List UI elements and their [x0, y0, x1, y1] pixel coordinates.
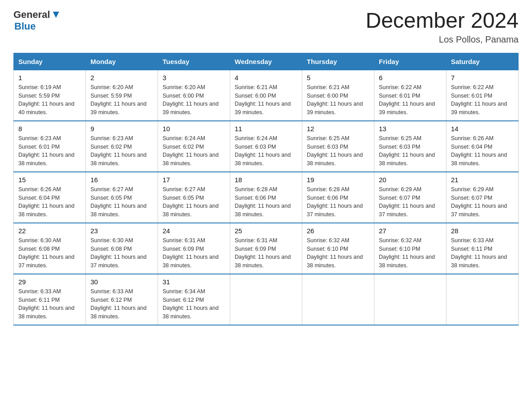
day-info: Sunrise: 6:20 AM Sunset: 6:00 PM Dayligh…: [163, 83, 225, 117]
page-header: General Blue December 2024 Los Pollos, P…: [13, 9, 519, 45]
header-wednesday: Wednesday: [230, 53, 302, 70]
calendar-body: 1 Sunrise: 6:19 AM Sunset: 5:59 PM Dayli…: [14, 70, 519, 325]
header-thursday: Thursday: [302, 53, 374, 70]
calendar-day-cell: 13 Sunrise: 6:25 AM Sunset: 6:03 PM Dayl…: [374, 121, 446, 172]
logo: General Blue: [13, 9, 61, 32]
day-number: 22: [18, 227, 81, 235]
calendar-week-row: 22 Sunrise: 6:30 AM Sunset: 6:08 PM Dayl…: [14, 223, 519, 274]
day-info: Sunrise: 6:21 AM Sunset: 6:00 PM Dayligh…: [235, 83, 297, 117]
day-number: 10: [163, 125, 225, 133]
header-saturday: Saturday: [446, 53, 519, 70]
day-info: Sunrise: 6:34 AM Sunset: 6:12 PM Dayligh…: [163, 287, 225, 321]
calendar-day-cell: 18 Sunrise: 6:28 AM Sunset: 6:06 PM Dayl…: [230, 172, 302, 223]
day-number: 26: [307, 227, 369, 235]
month-title: December 2024: [365, 9, 519, 33]
calendar-day-cell: 15 Sunrise: 6:26 AM Sunset: 6:04 PM Dayl…: [14, 172, 86, 223]
day-info: Sunrise: 6:22 AM Sunset: 6:01 PM Dayligh…: [451, 83, 514, 117]
calendar-day-cell: 26 Sunrise: 6:32 AM Sunset: 6:10 PM Dayl…: [302, 223, 374, 274]
day-number: 5: [307, 74, 369, 81]
day-number: 4: [235, 74, 297, 81]
day-number: 31: [163, 278, 225, 286]
calendar-week-row: 29 Sunrise: 6:33 AM Sunset: 6:11 PM Dayl…: [14, 274, 519, 325]
calendar-day-cell: 20 Sunrise: 6:29 AM Sunset: 6:07 PM Dayl…: [374, 172, 446, 223]
svg-marker-0: [53, 12, 59, 18]
day-info: Sunrise: 6:28 AM Sunset: 6:06 PM Dayligh…: [307, 185, 369, 219]
calendar-day-cell: 29 Sunrise: 6:33 AM Sunset: 6:11 PM Dayl…: [14, 274, 86, 325]
calendar-day-cell: 16 Sunrise: 6:27 AM Sunset: 6:05 PM Dayl…: [86, 172, 158, 223]
day-number: 25: [235, 227, 297, 235]
day-number: 12: [307, 125, 369, 133]
day-info: Sunrise: 6:27 AM Sunset: 6:05 PM Dayligh…: [163, 185, 225, 219]
calendar-day-cell: 24 Sunrise: 6:31 AM Sunset: 6:09 PM Dayl…: [158, 223, 230, 274]
header-tuesday: Tuesday: [158, 53, 230, 70]
calendar-day-cell: 1 Sunrise: 6:19 AM Sunset: 5:59 PM Dayli…: [14, 70, 86, 121]
calendar-day-cell: 19 Sunrise: 6:28 AM Sunset: 6:06 PM Dayl…: [302, 172, 374, 223]
day-info: Sunrise: 6:21 AM Sunset: 6:00 PM Dayligh…: [307, 83, 369, 117]
calendar-day-cell: 7 Sunrise: 6:22 AM Sunset: 6:01 PM Dayli…: [446, 70, 519, 121]
day-number: 3: [163, 74, 225, 81]
day-info: Sunrise: 6:25 AM Sunset: 6:03 PM Dayligh…: [307, 134, 369, 168]
calendar-day-cell: 27 Sunrise: 6:32 AM Sunset: 6:10 PM Dayl…: [374, 223, 446, 274]
day-info: Sunrise: 6:33 AM Sunset: 6:12 PM Dayligh…: [90, 287, 153, 321]
day-number: 24: [163, 227, 225, 235]
day-info: Sunrise: 6:26 AM Sunset: 6:04 PM Dayligh…: [451, 134, 514, 168]
day-info: Sunrise: 6:32 AM Sunset: 6:10 PM Dayligh…: [379, 236, 442, 270]
calendar-day-cell: 30 Sunrise: 6:33 AM Sunset: 6:12 PM Dayl…: [86, 274, 158, 325]
day-number: 21: [451, 176, 514, 184]
calendar-day-cell: 31 Sunrise: 6:34 AM Sunset: 6:12 PM Dayl…: [158, 274, 230, 325]
day-number: 18: [235, 176, 297, 184]
calendar-day-cell: 11 Sunrise: 6:24 AM Sunset: 6:03 PM Dayl…: [230, 121, 302, 172]
day-info: Sunrise: 6:30 AM Sunset: 6:08 PM Dayligh…: [18, 236, 81, 270]
day-info: Sunrise: 6:26 AM Sunset: 6:04 PM Dayligh…: [18, 185, 81, 219]
day-info: Sunrise: 6:31 AM Sunset: 6:09 PM Dayligh…: [235, 236, 297, 270]
day-number: 7: [451, 74, 514, 81]
calendar-day-cell: 14 Sunrise: 6:26 AM Sunset: 6:04 PM Dayl…: [446, 121, 519, 172]
day-info: Sunrise: 6:31 AM Sunset: 6:09 PM Dayligh…: [163, 236, 225, 270]
calendar-table: Sunday Monday Tuesday Wednesday Thursday…: [13, 53, 519, 325]
calendar-day-cell: 12 Sunrise: 6:25 AM Sunset: 6:03 PM Dayl…: [302, 121, 374, 172]
header-sunday: Sunday: [14, 53, 86, 70]
header-friday: Friday: [374, 53, 446, 70]
calendar-day-cell: [374, 274, 446, 325]
day-number: 19: [307, 176, 369, 184]
day-info: Sunrise: 6:33 AM Sunset: 6:11 PM Dayligh…: [451, 236, 514, 270]
calendar-day-cell: 25 Sunrise: 6:31 AM Sunset: 6:09 PM Dayl…: [230, 223, 302, 274]
calendar-day-cell: 22 Sunrise: 6:30 AM Sunset: 6:08 PM Dayl…: [14, 223, 86, 274]
header-monday: Monday: [86, 53, 158, 70]
day-info: Sunrise: 6:24 AM Sunset: 6:02 PM Dayligh…: [163, 134, 225, 168]
day-info: Sunrise: 6:23 AM Sunset: 6:02 PM Dayligh…: [90, 134, 153, 168]
location-subtitle: Los Pollos, Panama: [365, 34, 519, 45]
day-number: 8: [18, 125, 81, 133]
calendar-day-cell: [302, 274, 374, 325]
day-info: Sunrise: 6:22 AM Sunset: 6:01 PM Dayligh…: [379, 83, 442, 117]
day-info: Sunrise: 6:29 AM Sunset: 6:07 PM Dayligh…: [451, 185, 514, 219]
day-info: Sunrise: 6:23 AM Sunset: 6:01 PM Dayligh…: [18, 134, 81, 168]
day-info: Sunrise: 6:25 AM Sunset: 6:03 PM Dayligh…: [379, 134, 442, 168]
day-number: 2: [90, 74, 153, 81]
calendar-day-cell: 5 Sunrise: 6:21 AM Sunset: 6:00 PM Dayli…: [302, 70, 374, 121]
calendar-day-cell: 21 Sunrise: 6:29 AM Sunset: 6:07 PM Dayl…: [446, 172, 519, 223]
day-number: 11: [235, 125, 297, 133]
day-info: Sunrise: 6:30 AM Sunset: 6:08 PM Dayligh…: [90, 236, 153, 270]
day-number: 15: [18, 176, 81, 184]
day-number: 13: [379, 125, 442, 133]
calendar-day-cell: 28 Sunrise: 6:33 AM Sunset: 6:11 PM Dayl…: [446, 223, 519, 274]
day-number: 16: [90, 176, 153, 184]
day-number: 14: [451, 125, 514, 133]
calendar-day-cell: [446, 274, 519, 325]
day-number: 20: [379, 176, 442, 184]
calendar-day-cell: 6 Sunrise: 6:22 AM Sunset: 6:01 PM Dayli…: [374, 70, 446, 121]
calendar-day-cell: 3 Sunrise: 6:20 AM Sunset: 6:00 PM Dayli…: [158, 70, 230, 121]
calendar-day-cell: 10 Sunrise: 6:24 AM Sunset: 6:02 PM Dayl…: [158, 121, 230, 172]
calendar-week-row: 1 Sunrise: 6:19 AM Sunset: 5:59 PM Dayli…: [14, 70, 519, 121]
calendar-header: Sunday Monday Tuesday Wednesday Thursday…: [14, 53, 519, 70]
calendar-day-cell: [230, 274, 302, 325]
day-number: 23: [90, 227, 153, 235]
day-number: 9: [90, 125, 153, 133]
day-info: Sunrise: 6:32 AM Sunset: 6:10 PM Dayligh…: [307, 236, 369, 270]
day-number: 17: [163, 176, 225, 184]
day-number: 1: [18, 74, 81, 81]
calendar-day-cell: 2 Sunrise: 6:20 AM Sunset: 5:59 PM Dayli…: [86, 70, 158, 121]
day-info: Sunrise: 6:29 AM Sunset: 6:07 PM Dayligh…: [379, 185, 442, 219]
day-info: Sunrise: 6:20 AM Sunset: 5:59 PM Dayligh…: [90, 83, 153, 117]
